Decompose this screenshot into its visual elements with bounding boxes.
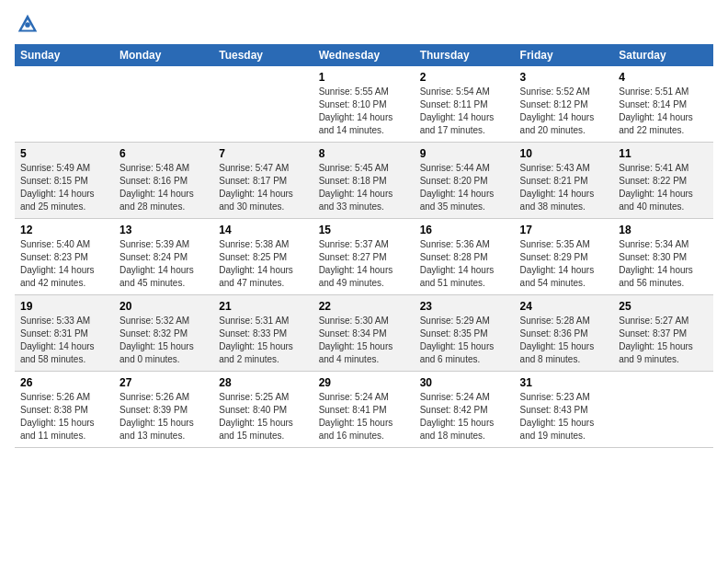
day-number: 23 — [420, 300, 509, 313]
day-info: Sunrise: 5:31 AM Sunset: 8:33 PM Dayligh… — [219, 315, 307, 366]
day-info: Sunrise: 5:43 AM Sunset: 8:21 PM Dayligh… — [520, 162, 609, 213]
calendar-week-1: 1Sunrise: 5:55 AM Sunset: 8:10 PM Daylig… — [15, 66, 713, 143]
day-info: Sunrise: 5:38 AM Sunset: 8:25 PM Dayligh… — [219, 238, 307, 290]
day-number: 20 — [119, 300, 208, 313]
calendar-cell: 3Sunrise: 5:52 AM Sunset: 8:12 PM Daylig… — [515, 66, 614, 143]
calendar-table: SundayMondayTuesdayWednesdayThursdayFrid… — [15, 44, 713, 448]
calendar-cell: 26Sunrise: 5:26 AM Sunset: 8:38 PM Dayli… — [15, 372, 114, 448]
day-number: 21 — [219, 300, 307, 313]
calendar-cell: 30Sunrise: 5:24 AM Sunset: 8:42 PM Dayli… — [415, 372, 515, 448]
day-info: Sunrise: 5:35 AM Sunset: 8:29 PM Dayligh… — [520, 238, 609, 290]
day-number: 13 — [119, 224, 208, 236]
calendar-cell — [213, 66, 313, 143]
day-info: Sunrise: 5:23 AM Sunset: 8:43 PM Dayligh… — [520, 391, 609, 442]
calendar-cell: 22Sunrise: 5:30 AM Sunset: 8:34 PM Dayli… — [313, 295, 415, 372]
calendar-cell: 25Sunrise: 5:27 AM Sunset: 8:37 PM Dayli… — [613, 295, 713, 372]
day-number: 28 — [219, 376, 307, 389]
day-info: Sunrise: 5:32 AM Sunset: 8:32 PM Dayligh… — [119, 315, 208, 366]
calendar-cell: 21Sunrise: 5:31 AM Sunset: 8:33 PM Dayli… — [213, 295, 313, 372]
day-number: 11 — [619, 147, 708, 160]
calendar-cell — [114, 66, 213, 143]
header — [15, 11, 713, 37]
day-number: 3 — [520, 71, 609, 84]
day-info: Sunrise: 5:33 AM Sunset: 8:31 PM Dayligh… — [20, 315, 108, 366]
day-number: 8 — [319, 147, 409, 160]
day-number: 29 — [319, 376, 409, 389]
day-info: Sunrise: 5:34 AM Sunset: 8:30 PM Dayligh… — [619, 238, 708, 290]
calendar-cell: 14Sunrise: 5:38 AM Sunset: 8:25 PM Dayli… — [213, 219, 313, 295]
calendar-cell: 16Sunrise: 5:36 AM Sunset: 8:28 PM Dayli… — [415, 219, 515, 295]
calendar-cell: 27Sunrise: 5:26 AM Sunset: 8:39 PM Dayli… — [114, 372, 213, 448]
calendar-cell: 19Sunrise: 5:33 AM Sunset: 8:31 PM Dayli… — [15, 295, 114, 372]
day-number: 6 — [119, 147, 208, 160]
day-info: Sunrise: 5:26 AM Sunset: 8:38 PM Dayligh… — [20, 391, 108, 442]
day-number: 1 — [319, 71, 409, 84]
logo-icon — [15, 11, 40, 37]
day-info: Sunrise: 5:30 AM Sunset: 8:34 PM Dayligh… — [319, 315, 409, 366]
day-number: 7 — [219, 147, 307, 160]
day-info: Sunrise: 5:25 AM Sunset: 8:40 PM Dayligh… — [219, 391, 307, 442]
calendar-week-3: 12Sunrise: 5:40 AM Sunset: 8:23 PM Dayli… — [15, 219, 713, 295]
calendar-cell: 6Sunrise: 5:48 AM Sunset: 8:16 PM Daylig… — [114, 143, 213, 219]
calendar-cell: 2Sunrise: 5:54 AM Sunset: 8:11 PM Daylig… — [415, 66, 515, 143]
calendar-cell: 18Sunrise: 5:34 AM Sunset: 8:30 PM Dayli… — [613, 219, 713, 295]
day-number: 24 — [520, 300, 609, 313]
day-info: Sunrise: 5:41 AM Sunset: 8:22 PM Dayligh… — [619, 162, 708, 213]
day-number: 30 — [420, 376, 509, 389]
day-number: 22 — [319, 300, 409, 313]
day-info: Sunrise: 5:54 AM Sunset: 8:11 PM Dayligh… — [420, 86, 509, 137]
calendar-cell: 13Sunrise: 5:39 AM Sunset: 8:24 PM Dayli… — [114, 219, 213, 295]
calendar-cell: 1Sunrise: 5:55 AM Sunset: 8:10 PM Daylig… — [313, 66, 415, 143]
calendar-cell — [15, 66, 114, 143]
day-info: Sunrise: 5:24 AM Sunset: 8:42 PM Dayligh… — [420, 391, 509, 442]
calendar-cell: 20Sunrise: 5:32 AM Sunset: 8:32 PM Dayli… — [114, 295, 213, 372]
day-info: Sunrise: 5:24 AM Sunset: 8:41 PM Dayligh… — [319, 391, 409, 442]
day-number: 5 — [20, 147, 108, 160]
day-info: Sunrise: 5:27 AM Sunset: 8:37 PM Dayligh… — [619, 315, 708, 366]
calendar-cell: 10Sunrise: 5:43 AM Sunset: 8:21 PM Dayli… — [515, 143, 614, 219]
day-info: Sunrise: 5:51 AM Sunset: 8:14 PM Dayligh… — [619, 86, 708, 137]
day-number: 9 — [420, 147, 509, 160]
day-info: Sunrise: 5:44 AM Sunset: 8:20 PM Dayligh… — [420, 162, 509, 213]
day-info: Sunrise: 5:55 AM Sunset: 8:10 PM Dayligh… — [319, 86, 409, 137]
weekday-header-sunday: Sunday — [15, 44, 114, 66]
day-number: 14 — [219, 224, 307, 236]
page: SundayMondayTuesdayWednesdayThursdayFrid… — [0, 0, 728, 463]
day-number: 19 — [20, 300, 108, 313]
weekday-header-tuesday: Tuesday — [213, 44, 313, 66]
calendar-cell: 5Sunrise: 5:49 AM Sunset: 8:15 PM Daylig… — [15, 143, 114, 219]
day-info: Sunrise: 5:29 AM Sunset: 8:35 PM Dayligh… — [420, 315, 509, 366]
day-number: 25 — [619, 300, 708, 313]
weekday-header-saturday: Saturday — [613, 44, 713, 66]
day-number: 26 — [20, 376, 108, 389]
weekday-header-monday: Monday — [114, 44, 213, 66]
calendar-cell: 11Sunrise: 5:41 AM Sunset: 8:22 PM Dayli… — [613, 143, 713, 219]
calendar-cell: 7Sunrise: 5:47 AM Sunset: 8:17 PM Daylig… — [213, 143, 313, 219]
day-number: 17 — [520, 224, 609, 236]
calendar-cell: 24Sunrise: 5:28 AM Sunset: 8:36 PM Dayli… — [515, 295, 614, 372]
day-info: Sunrise: 5:45 AM Sunset: 8:18 PM Dayligh… — [319, 162, 409, 213]
calendar-week-5: 26Sunrise: 5:26 AM Sunset: 8:38 PM Dayli… — [15, 372, 713, 448]
weekday-header-friday: Friday — [515, 44, 614, 66]
day-info: Sunrise: 5:36 AM Sunset: 8:28 PM Dayligh… — [420, 238, 509, 290]
day-info: Sunrise: 5:26 AM Sunset: 8:39 PM Dayligh… — [119, 391, 208, 442]
day-number: 18 — [619, 224, 708, 236]
day-number: 15 — [319, 224, 409, 236]
header-row: SundayMondayTuesdayWednesdayThursdayFrid… — [15, 44, 713, 66]
day-number: 12 — [20, 224, 108, 236]
day-number: 31 — [520, 376, 609, 389]
calendar-cell: 17Sunrise: 5:35 AM Sunset: 8:29 PM Dayli… — [515, 219, 614, 295]
day-number: 10 — [520, 147, 609, 160]
day-number: 16 — [420, 224, 509, 236]
weekday-header-wednesday: Wednesday — [313, 44, 415, 66]
day-number: 2 — [420, 71, 509, 84]
day-info: Sunrise: 5:47 AM Sunset: 8:17 PM Dayligh… — [219, 162, 307, 213]
day-info: Sunrise: 5:48 AM Sunset: 8:16 PM Dayligh… — [119, 162, 208, 213]
calendar-cell: 9Sunrise: 5:44 AM Sunset: 8:20 PM Daylig… — [415, 143, 515, 219]
day-number: 27 — [119, 376, 208, 389]
calendar-week-4: 19Sunrise: 5:33 AM Sunset: 8:31 PM Dayli… — [15, 295, 713, 372]
calendar-cell: 28Sunrise: 5:25 AM Sunset: 8:40 PM Dayli… — [213, 372, 313, 448]
calendar-cell: 8Sunrise: 5:45 AM Sunset: 8:18 PM Daylig… — [313, 143, 415, 219]
logo — [15, 11, 42, 37]
calendar-cell: 15Sunrise: 5:37 AM Sunset: 8:27 PM Dayli… — [313, 219, 415, 295]
